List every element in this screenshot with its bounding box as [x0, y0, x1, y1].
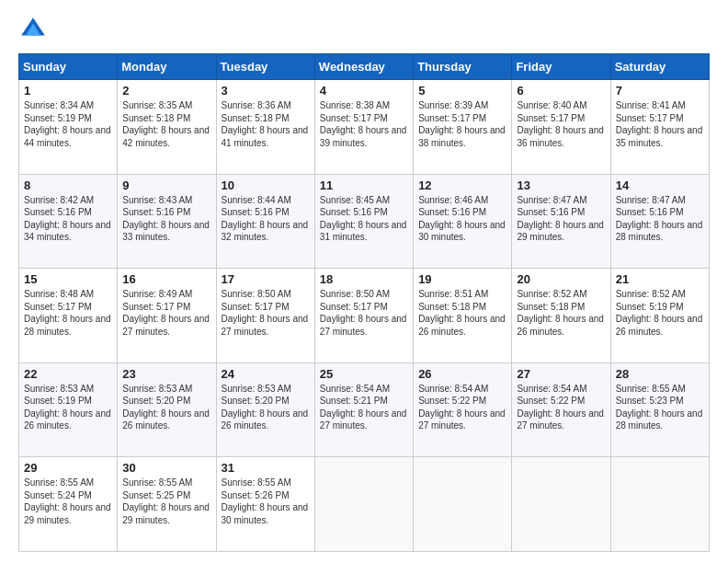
day-number: 13: [517, 178, 605, 192]
calendar-cell: 28 Sunrise: 8:55 AMSunset: 5:23 PMDaylig…: [610, 362, 709, 457]
day-number: 24: [222, 367, 310, 381]
week-row-2: 8 Sunrise: 8:42 AMSunset: 5:16 PMDayligh…: [19, 174, 710, 269]
calendar-cell: 8 Sunrise: 8:42 AMSunset: 5:16 PMDayligh…: [19, 174, 118, 269]
week-row-1: 1 Sunrise: 8:34 AMSunset: 5:19 PMDayligh…: [19, 80, 710, 175]
day-number: 27: [517, 367, 605, 381]
day-info: Sunrise: 8:52 AMSunset: 5:19 PMDaylight:…: [616, 289, 703, 337]
day-number: 29: [24, 461, 112, 475]
calendar-cell: 23 Sunrise: 8:53 AMSunset: 5:20 PMDaylig…: [118, 362, 216, 457]
calendar-cell: [610, 457, 709, 552]
day-number: 21: [616, 272, 704, 286]
day-number: 22: [24, 367, 112, 381]
day-number: 26: [418, 367, 506, 381]
day-info: Sunrise: 8:54 AMSunset: 5:21 PMDaylight:…: [320, 384, 407, 431]
calendar-cell: 15 Sunrise: 8:48 AMSunset: 5:17 PMDaylig…: [19, 269, 118, 363]
day-info: Sunrise: 8:49 AMSunset: 5:17 PMDaylight:…: [122, 289, 210, 337]
day-info: Sunrise: 8:35 AMSunset: 5:18 PMDaylight:…: [122, 100, 210, 148]
day-header-monday: Monday: [118, 54, 216, 80]
calendar-cell: 3 Sunrise: 8:36 AMSunset: 5:18 PMDayligh…: [216, 80, 314, 175]
calendar-cell: 10 Sunrise: 8:44 AMSunset: 5:16 PMDaylig…: [216, 174, 314, 269]
day-header-tuesday: Tuesday: [216, 54, 314, 80]
day-info: Sunrise: 8:48 AMSunset: 5:17 PMDaylight:…: [24, 289, 111, 337]
day-info: Sunrise: 8:41 AMSunset: 5:17 PMDaylight:…: [616, 100, 703, 148]
day-number: 11: [320, 178, 408, 192]
calendar-cell: 29 Sunrise: 8:55 AMSunset: 5:24 PMDaylig…: [19, 457, 118, 552]
day-info: Sunrise: 8:50 AMSunset: 5:17 PMDaylight:…: [320, 289, 407, 337]
day-info: Sunrise: 8:34 AMSunset: 5:19 PMDaylight:…: [24, 100, 111, 148]
day-number: 12: [418, 178, 506, 192]
day-info: Sunrise: 8:39 AMSunset: 5:17 PMDaylight:…: [418, 100, 506, 148]
calendar-cell: 21 Sunrise: 8:52 AMSunset: 5:19 PMDaylig…: [610, 269, 709, 363]
calendar-cell: 1 Sunrise: 8:34 AMSunset: 5:19 PMDayligh…: [19, 80, 118, 175]
calendar-page: SundayMondayTuesdayWednesdayThursdayFrid…: [0, 0, 728, 563]
day-info: Sunrise: 8:54 AMSunset: 5:22 PMDaylight:…: [418, 384, 506, 431]
day-info: Sunrise: 8:55 AMSunset: 5:24 PMDaylight:…: [24, 477, 111, 525]
calendar-cell: 27 Sunrise: 8:54 AMSunset: 5:22 PMDaylig…: [512, 362, 610, 457]
day-number: 30: [122, 461, 210, 475]
day-number: 18: [320, 272, 408, 286]
day-number: 6: [517, 84, 605, 98]
day-header-saturday: Saturday: [610, 54, 709, 80]
calendar-cell: 19 Sunrise: 8:51 AMSunset: 5:18 PMDaylig…: [414, 269, 512, 363]
calendar-cell: 2 Sunrise: 8:35 AMSunset: 5:18 PMDayligh…: [118, 80, 216, 175]
day-info: Sunrise: 8:44 AMSunset: 5:16 PMDaylight:…: [222, 195, 309, 243]
logo-icon: [18, 15, 48, 44]
day-number: 8: [24, 178, 112, 192]
calendar-cell: 25 Sunrise: 8:54 AMSunset: 5:21 PMDaylig…: [314, 362, 413, 457]
day-info: Sunrise: 8:53 AMSunset: 5:20 PMDaylight:…: [222, 384, 309, 431]
day-number: 20: [517, 272, 605, 286]
day-number: 31: [222, 461, 310, 475]
calendar-cell: 24 Sunrise: 8:53 AMSunset: 5:20 PMDaylig…: [216, 362, 314, 457]
day-number: 3: [222, 84, 310, 98]
day-info: Sunrise: 8:38 AMSunset: 5:17 PMDaylight:…: [320, 100, 407, 148]
calendar-cell: 7 Sunrise: 8:41 AMSunset: 5:17 PMDayligh…: [610, 80, 709, 175]
calendar-cell: 31 Sunrise: 8:55 AMSunset: 5:26 PMDaylig…: [216, 457, 314, 552]
calendar-cell: 12 Sunrise: 8:46 AMSunset: 5:16 PMDaylig…: [414, 174, 512, 269]
day-number: 5: [418, 84, 506, 98]
day-header-wednesday: Wednesday: [314, 54, 413, 80]
day-number: 19: [418, 272, 506, 286]
day-info: Sunrise: 8:36 AMSunset: 5:18 PMDaylight:…: [222, 100, 309, 148]
day-number: 10: [222, 178, 310, 192]
calendar-cell: 20 Sunrise: 8:52 AMSunset: 5:18 PMDaylig…: [512, 269, 610, 363]
calendar-cell: [512, 457, 610, 552]
day-number: 9: [122, 178, 210, 192]
week-row-5: 29 Sunrise: 8:55 AMSunset: 5:24 PMDaylig…: [19, 457, 710, 552]
day-header-sunday: Sunday: [19, 54, 118, 80]
day-number: 23: [122, 367, 210, 381]
day-info: Sunrise: 8:52 AMSunset: 5:18 PMDaylight:…: [517, 289, 604, 337]
day-number: 25: [320, 367, 408, 381]
calendar-cell: 5 Sunrise: 8:39 AMSunset: 5:17 PMDayligh…: [414, 80, 512, 175]
calendar-cell: 26 Sunrise: 8:54 AMSunset: 5:22 PMDaylig…: [414, 362, 512, 457]
day-info: Sunrise: 8:42 AMSunset: 5:16 PMDaylight:…: [24, 195, 111, 243]
calendar-cell: 9 Sunrise: 8:43 AMSunset: 5:16 PMDayligh…: [118, 174, 216, 269]
day-info: Sunrise: 8:43 AMSunset: 5:16 PMDaylight:…: [122, 195, 210, 243]
header: [18, 15, 710, 44]
calendar-cell: 13 Sunrise: 8:47 AMSunset: 5:16 PMDaylig…: [512, 174, 610, 269]
day-number: 2: [122, 84, 210, 98]
day-info: Sunrise: 8:54 AMSunset: 5:22 PMDaylight:…: [517, 384, 604, 431]
day-info: Sunrise: 8:45 AMSunset: 5:16 PMDaylight:…: [320, 195, 407, 243]
calendar-cell: [414, 457, 512, 552]
day-header-thursday: Thursday: [414, 54, 512, 80]
calendar-table: SundayMondayTuesdayWednesdayThursdayFrid…: [18, 53, 710, 552]
day-info: Sunrise: 8:55 AMSunset: 5:23 PMDaylight:…: [616, 384, 703, 431]
calendar-cell: 4 Sunrise: 8:38 AMSunset: 5:17 PMDayligh…: [314, 80, 413, 175]
day-info: Sunrise: 8:50 AMSunset: 5:17 PMDaylight:…: [222, 289, 309, 337]
day-info: Sunrise: 8:40 AMSunset: 5:17 PMDaylight:…: [517, 100, 604, 148]
day-number: 4: [320, 84, 408, 98]
day-number: 15: [24, 272, 112, 286]
calendar-cell: 30 Sunrise: 8:55 AMSunset: 5:25 PMDaylig…: [118, 457, 216, 552]
day-info: Sunrise: 8:47 AMSunset: 5:16 PMDaylight:…: [517, 195, 604, 243]
day-info: Sunrise: 8:46 AMSunset: 5:16 PMDaylight:…: [418, 195, 506, 243]
calendar-cell: 14 Sunrise: 8:47 AMSunset: 5:16 PMDaylig…: [610, 174, 709, 269]
week-row-3: 15 Sunrise: 8:48 AMSunset: 5:17 PMDaylig…: [19, 269, 710, 363]
day-number: 17: [222, 272, 310, 286]
day-number: 14: [616, 178, 704, 192]
day-info: Sunrise: 8:53 AMSunset: 5:20 PMDaylight:…: [122, 384, 210, 431]
calendar-cell: 17 Sunrise: 8:50 AMSunset: 5:17 PMDaylig…: [216, 269, 314, 363]
day-number: 1: [24, 84, 112, 98]
day-info: Sunrise: 8:55 AMSunset: 5:26 PMDaylight:…: [222, 477, 309, 525]
day-info: Sunrise: 8:55 AMSunset: 5:25 PMDaylight:…: [122, 477, 210, 525]
calendar-cell: 16 Sunrise: 8:49 AMSunset: 5:17 PMDaylig…: [118, 269, 216, 363]
